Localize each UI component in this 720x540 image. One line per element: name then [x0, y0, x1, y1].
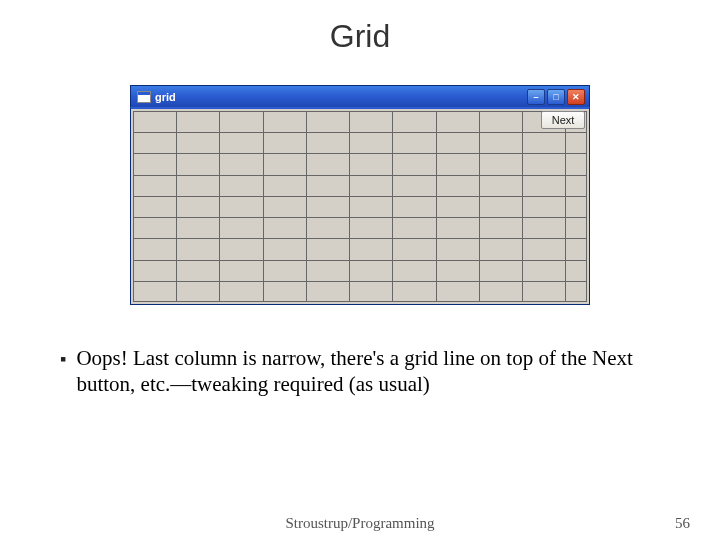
- bullet-icon: ▪: [60, 349, 66, 370]
- window-body: Next: [130, 107, 590, 305]
- window-controls: – □ ✕: [527, 89, 585, 105]
- bullet-text: Oops! Last column is narrow, there's a g…: [76, 345, 660, 398]
- window-titlebar: grid – □ ✕: [130, 85, 590, 107]
- grid-canvas: [133, 111, 587, 302]
- screenshot-window: grid – □ ✕ Next: [130, 85, 590, 305]
- next-button[interactable]: Next: [541, 111, 585, 129]
- footer-text: Stroustrup/Programming: [0, 515, 720, 532]
- maximize-icon[interactable]: □: [547, 89, 565, 105]
- window-title: grid: [155, 91, 176, 103]
- close-icon[interactable]: ✕: [567, 89, 585, 105]
- titlebar-left: grid: [137, 91, 176, 103]
- slide-title: Grid: [0, 18, 720, 55]
- app-icon: [137, 91, 151, 103]
- page-number: 56: [675, 515, 690, 532]
- bullet-point: ▪ Oops! Last column is narrow, there's a…: [60, 345, 660, 398]
- minimize-icon[interactable]: –: [527, 89, 545, 105]
